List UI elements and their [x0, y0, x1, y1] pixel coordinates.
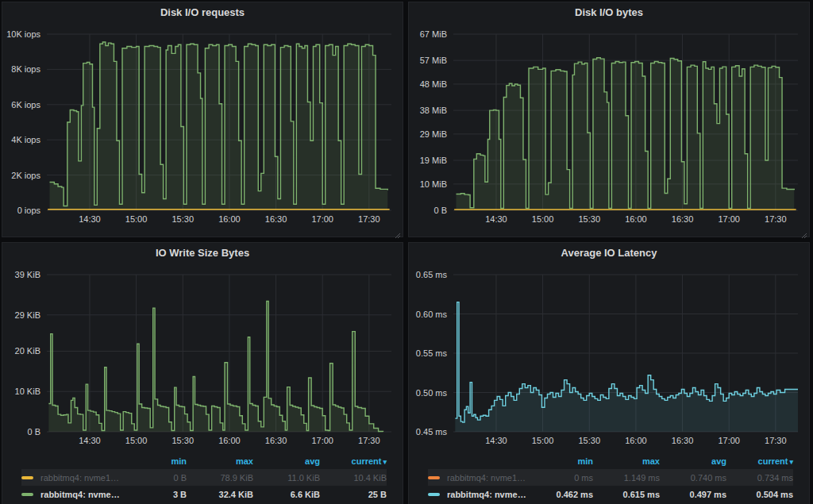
y-axis: 39 KiB29 KiB20 KiB10 KiB0 B: [2, 275, 47, 432]
y-tick-label: 29 MiB: [420, 129, 447, 139]
x-axis: 14:3015:0015:3016:0016:3017:0017:30: [453, 210, 798, 228]
x-tick-label: 17:00: [718, 214, 740, 224]
x-tick-label: 16:30: [672, 214, 694, 224]
plot-area[interactable]: [453, 275, 798, 432]
legend-table: min max avg current▾ rabbitmq4: nvme1n1:…: [21, 452, 387, 502]
series-color-swatch[interactable]: [428, 493, 440, 496]
x-tick-label: 17:30: [765, 214, 787, 224]
panel-average-io-latency: Average IO Latency 0.65 ms0.60 ms0.55 ms…: [408, 242, 810, 504]
y-tick-label: 39 KiB: [15, 270, 40, 279]
legend-row: rabbitmq4: nvme1n1: write 0 B 78.9 KiB 1…: [21, 469, 387, 486]
y-tick-label: 10 MiB: [420, 179, 447, 189]
y-tick-label: 4K iops: [11, 135, 40, 144]
y-tick-label: 0 iops: [17, 206, 40, 215]
x-tick-label: 15:00: [532, 436, 554, 445]
resize-handle-icon[interactable]: [800, 228, 807, 235]
legend-col-current[interactable]: current▾: [726, 456, 793, 466]
x-tick-label: 15:30: [578, 436, 600, 445]
chart-canvas: [453, 34, 798, 210]
series-color-swatch[interactable]: [428, 476, 440, 479]
series-color-swatch[interactable]: [21, 476, 33, 479]
legend-avg-value: 6.6 KiB: [253, 490, 320, 499]
y-tick-label: 67 MiB: [420, 29, 447, 39]
x-tick-label: 15:30: [171, 214, 194, 224]
series-name[interactable]: rabbitmq4: nvme0n1: write: [447, 490, 526, 499]
y-axis: 0.65 ms0.60 ms0.55 ms0.50 ms0.45 ms: [409, 275, 453, 432]
y-tick-label: 10K iops: [6, 29, 40, 39]
x-tick-label: 14:30: [79, 214, 101, 224]
x-tick-label: 15:00: [125, 436, 148, 445]
panel-title[interactable]: Disk I/O bytes: [409, 2, 809, 23]
x-tick-label: 16:00: [218, 214, 241, 224]
legend-avg-value: 11.0 KiB: [253, 473, 320, 483]
y-tick-label: 2K iops: [11, 171, 40, 180]
x-tick-label: 17:00: [311, 214, 333, 224]
y-tick-label: 0.60 ms: [416, 310, 447, 319]
legend-col-min[interactable]: min: [120, 456, 187, 466]
x-tick-label: 17:00: [311, 436, 333, 445]
legend-min-value: 0 B: [120, 473, 187, 483]
legend-col-max[interactable]: max: [593, 456, 660, 466]
legend-col-max[interactable]: max: [187, 456, 253, 466]
x-tick-label: 15:30: [578, 214, 600, 224]
legend-avg-value: 0.497 ms: [660, 490, 726, 499]
series-name[interactable]: rabbitmq4: nvme0n1: write: [40, 490, 120, 499]
x-tick-label: 15:00: [532, 214, 554, 224]
series-color-swatch[interactable]: [21, 493, 33, 496]
legend-min-value: 3 B: [120, 490, 187, 499]
legend-row: rabbitmq4: nvme0n1: write 3 B 32.4 KiB 6…: [21, 486, 387, 502]
x-tick-label: 14:30: [79, 436, 101, 445]
panel-title[interactable]: IO Write Size Bytes: [2, 243, 403, 264]
legend-min-value: 0 ms: [526, 473, 593, 483]
panel-title[interactable]: Average IO Latency: [409, 243, 809, 264]
x-tick-label: 17:30: [358, 214, 380, 224]
legend-row: rabbitmq4: nvme0n1: write 0.462 ms 0.615…: [428, 486, 793, 502]
series-fill: [455, 302, 798, 432]
x-tick-label: 16:00: [625, 214, 647, 224]
y-tick-label: 38 MiB: [420, 106, 447, 115]
legend-col-avg[interactable]: avg: [253, 456, 320, 466]
plot-area[interactable]: [453, 34, 798, 210]
x-axis: 14:3015:0015:3016:0016:3017:0017:30: [453, 432, 798, 449]
y-tick-label: 20 KiB: [15, 346, 40, 356]
y-tick-label: 10 KiB: [15, 387, 40, 396]
y-tick-label: 0 B: [27, 427, 40, 437]
y-tick-label: 48 MiB: [420, 79, 447, 89]
legend-current-value: 0.734 ms: [726, 473, 793, 483]
legend-current-value: 10.4 KiB: [320, 473, 387, 483]
legend-col-min[interactable]: min: [526, 456, 593, 466]
series-name[interactable]: rabbitmq4: nvme1n1: write: [40, 473, 120, 483]
y-axis: 67 MiB57 MiB48 MiB38 MiB29 MiB19 MiB10 M…: [409, 34, 453, 210]
y-tick-label: 0.45 ms: [416, 427, 447, 437]
y-tick-label: 0.55 ms: [416, 348, 447, 358]
legend-col-avg[interactable]: avg: [660, 456, 726, 466]
plot-area[interactable]: [47, 275, 391, 432]
panel-io-write-size-bytes: IO Write Size Bytes 39 KiB29 KiB20 KiB10…: [2, 242, 403, 504]
y-tick-label: 19 MiB: [420, 156, 447, 165]
x-tick-label: 14:30: [485, 214, 507, 224]
x-tick-label: 16:30: [672, 436, 694, 445]
legend-table: min max avg current▾ rabbitmq4: nvme1n1:…: [428, 452, 793, 502]
panel-disk-io-requests: Disk I/O requests 10K iops8K iops6K iops…: [2, 2, 403, 237]
x-axis: 14:3015:0015:3016:0016:3017:0017:30: [47, 210, 391, 228]
legend-max-value: 78.9 KiB: [187, 473, 253, 483]
series-name[interactable]: rabbitmq4: nvme1n1: write: [447, 473, 526, 483]
legend-current-value: 25 B: [320, 490, 387, 499]
x-axis: 14:3015:0015:3016:0016:3017:0017:30: [47, 432, 391, 449]
y-tick-label: 0 B: [433, 206, 447, 215]
sort-caret-icon: ▾: [789, 458, 793, 466]
panel-title[interactable]: Disk I/O requests: [2, 2, 403, 23]
x-tick-label: 15:00: [125, 214, 148, 224]
y-tick-label: 0.65 ms: [416, 270, 447, 279]
x-tick-label: 17:30: [765, 436, 787, 445]
legend-max-value: 0.615 ms: [593, 490, 660, 499]
legend-col-current[interactable]: current▾: [320, 456, 387, 466]
chart-canvas: [47, 275, 391, 432]
plot-area[interactable]: [47, 34, 391, 210]
chart-canvas: [453, 275, 798, 432]
y-axis: 10K iops8K iops6K iops4K iops2K iops0 io…: [2, 34, 47, 210]
dashboard-grid: Disk I/O requests 10K iops8K iops6K iops…: [0, 0, 813, 504]
resize-handle-icon[interactable]: [394, 228, 401, 235]
legend-min-value: 0.462 ms: [526, 490, 593, 499]
legend-avg-value: 0.740 ms: [660, 473, 726, 483]
